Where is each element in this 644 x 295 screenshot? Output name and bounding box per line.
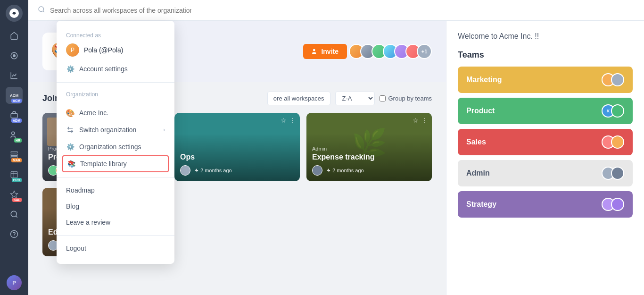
search-input[interactable] xyxy=(50,7,191,14)
team-name-sales: Sales xyxy=(466,138,486,146)
team-avatars-marketing xyxy=(602,73,624,86)
sidebar-analytics-icon[interactable] xyxy=(6,67,23,84)
dropdown-divider-1 xyxy=(57,82,174,83)
sidebar-hr-icon[interactable]: HR xyxy=(6,126,23,143)
teams-title: Teams xyxy=(458,50,633,60)
team-card-admin[interactable]: Admin xyxy=(458,160,633,186)
logout-label: Logout xyxy=(66,244,86,252)
main-area: 🎨 Acme Inc. Invite xyxy=(28,0,644,295)
account-settings-label: Account settings xyxy=(79,65,128,73)
sidebar-sal-icon[interactable]: SAL xyxy=(6,186,23,203)
roadmap-label: Roadmap xyxy=(66,186,95,194)
sidebar-circle-icon[interactable] xyxy=(6,47,23,64)
svg-rect-3 xyxy=(11,113,17,118)
leave-review-label: Leave a review xyxy=(66,219,110,226)
switch-arrow: › xyxy=(163,126,165,133)
org-icon: 🎨 xyxy=(66,109,74,117)
svg-point-2 xyxy=(13,54,16,57)
invite-button[interactable]: Invite xyxy=(303,44,347,59)
dropdown-divider-2 xyxy=(57,177,174,177)
card-title-2: Ops xyxy=(180,153,294,161)
right-panel: Welcome to Acme Inc. !! Teams Marketing … xyxy=(446,21,644,295)
pro-badge: PRO xyxy=(12,178,22,182)
sidebar: ACM ACM ADM HR MAR PRO SAL P xyxy=(0,0,28,295)
search-icon xyxy=(38,6,45,15)
team-card-strategy[interactable]: Strategy xyxy=(458,191,633,218)
team-card-product[interactable]: Product K xyxy=(458,98,633,124)
template-library-label: Template library xyxy=(80,160,127,168)
dropdown-connected-section: Connected as P Pola (@Pola) xyxy=(57,28,174,60)
svg-point-5 xyxy=(11,211,17,217)
sidebar-mar-icon[interactable]: MAR xyxy=(6,146,23,163)
workspaces-controls: ore all workspaces Z-A A-Z Recent Group … xyxy=(267,92,432,105)
roadmap-item[interactable]: Roadmap xyxy=(57,182,174,198)
sidebar-help-icon[interactable] xyxy=(6,226,23,243)
blog-item[interactable]: Blog xyxy=(57,198,174,214)
team-avatars-product: K xyxy=(602,104,624,118)
svg-point-9 xyxy=(313,49,315,51)
group-by-teams-checkbox[interactable]: Group by teams xyxy=(380,95,432,102)
acm-badge: ACM xyxy=(10,93,18,98)
org-section-label: Organization xyxy=(57,87,174,104)
welcome-text: Welcome to Acme Inc. !! xyxy=(458,32,633,41)
org-settings-item[interactable]: ⚙️ Organization settings xyxy=(57,138,174,155)
workspace-card-ops[interactable]: ☆ ⋮ Ops xyxy=(174,113,300,181)
org-name-label: Acme Inc. xyxy=(79,109,108,117)
sal-badge: SAL xyxy=(12,198,22,202)
switch-org-label: Switch organization xyxy=(79,126,136,134)
member-avatars: +1 xyxy=(353,44,432,59)
sidebar-pro-icon[interactable]: PRO xyxy=(6,166,23,183)
template-library-item[interactable]: 📚 Template library xyxy=(62,155,169,172)
group-label: Group by teams xyxy=(388,95,432,102)
sidebar-search-icon[interactable] xyxy=(6,206,23,223)
user-avatar[interactable]: P xyxy=(7,275,22,290)
view-all-button[interactable]: ore all workspaces xyxy=(267,92,330,105)
card-content-3: Admin Expense tracking 2 months ago xyxy=(306,113,432,181)
card-title-3: Expense tracking xyxy=(312,153,426,161)
group-checkbox-input[interactable] xyxy=(380,95,386,101)
org-actions: Invite +1 xyxy=(303,44,432,59)
acm-badge-label: ACM xyxy=(11,99,22,103)
blog-label: Blog xyxy=(66,202,79,210)
svg-point-7 xyxy=(14,236,15,236)
adm-badge: ADM xyxy=(11,118,22,123)
sidebar-home-icon[interactable] xyxy=(6,27,23,44)
switch-org-item[interactable]: Switch organization › xyxy=(57,121,174,138)
account-settings-item[interactable]: ⚙️ Account settings xyxy=(57,60,174,77)
team-card-marketing[interactable]: Marketing xyxy=(458,67,633,93)
card-footer-3: 2 months ago xyxy=(312,165,426,176)
svg-point-4 xyxy=(12,132,15,135)
team-name-admin: Admin xyxy=(466,169,490,177)
top-bar xyxy=(28,0,644,21)
leave-review-item[interactable]: Leave a review xyxy=(57,214,174,230)
card-time-3: 2 months ago xyxy=(326,168,364,173)
team-name-strategy: Strategy xyxy=(466,200,496,209)
switch-icon xyxy=(66,126,74,134)
sidebar-logo[interactable] xyxy=(6,5,23,22)
team-avatars-strategy xyxy=(602,198,624,211)
org-settings-label: Organization settings xyxy=(79,143,141,151)
sort-select[interactable]: Z-A A-Z Recent xyxy=(335,92,375,105)
team-name-marketing: Marketing xyxy=(466,76,502,84)
user-dropdown: Connected as P Pola (@Pola) ⚙️ Account s… xyxy=(57,21,174,264)
connected-as-label: Connected as xyxy=(66,32,165,39)
sidebar-acm-icon[interactable]: ACM ACM xyxy=(6,87,23,104)
card-content-2: Ops 2 months ago xyxy=(174,113,300,181)
team-card-sales[interactable]: Sales xyxy=(458,129,633,155)
card-category-3: Admin xyxy=(312,146,426,152)
dropdown-user-avatar: P xyxy=(66,43,79,57)
org-name-item[interactable]: 🎨 Acme Inc. xyxy=(57,104,174,121)
org-settings-icon: ⚙️ xyxy=(66,143,74,151)
dropdown-user: P Pola (@Pola) xyxy=(66,43,165,57)
team-name-product: Product xyxy=(466,107,495,115)
logout-item[interactable]: Logout xyxy=(57,240,174,256)
organization-label: Organization xyxy=(66,91,165,98)
sidebar-adm-icon[interactable]: ADM xyxy=(6,107,23,124)
mar-badge: MAR xyxy=(11,158,22,162)
hr-badge: HR xyxy=(14,138,22,143)
workspace-card-expense[interactable]: ☆ ⋮ Admin Expense tracking xyxy=(306,113,432,181)
team-avatars-admin xyxy=(602,167,624,180)
member-avatar-plus: +1 xyxy=(417,44,432,59)
template-icon: 📚 xyxy=(67,160,75,168)
team-avatars-sales xyxy=(602,135,624,149)
